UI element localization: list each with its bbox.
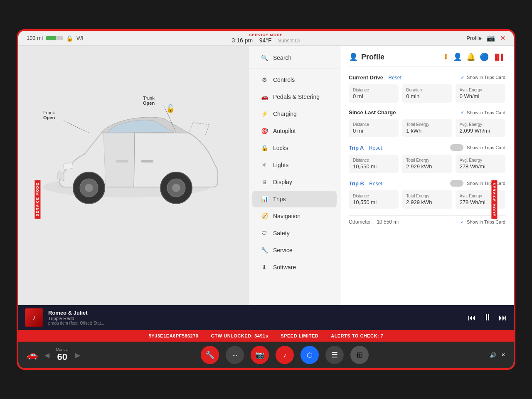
lock-icon: 🔒 <box>66 35 73 42</box>
menu-item-software[interactable]: ⬇ Software <box>252 259 337 276</box>
svg-point-7 <box>172 184 180 192</box>
taskbar-btn-apps[interactable]: ⊞ <box>350 346 369 364</box>
taskbar-btn-bluetooth[interactable]: ⬡ <box>300 346 319 364</box>
trip-a-distance-value: 10,550 mi <box>353 163 394 170</box>
trip-b-toggle[interactable] <box>450 180 463 187</box>
menu-item-safety[interactable]: 🛡 Safety <box>252 225 337 241</box>
car-svg <box>35 87 226 229</box>
menu-item-pedals[interactable]: 🚗 Pedals & Steering <box>252 89 337 105</box>
trip-b-energy-label: Total Energy <box>406 194 448 198</box>
close-icon[interactable]: ✕ <box>500 34 505 42</box>
menu-item-locks[interactable]: 🔒 Locks <box>252 140 337 156</box>
menu-item-trips[interactable]: 📊 Trips <box>252 191 337 207</box>
trip-b-energy-cell: Total Energy 2,929 kWh <box>402 190 452 209</box>
signal-icon: ▐▌▌ <box>493 54 505 60</box>
current-drive-check: ✓ <box>461 75 464 80</box>
current-drive-duration-value: 0 min <box>406 93 448 99</box>
next-track-button[interactable]: ⏭ <box>499 313 507 323</box>
taskbar-btn-camera[interactable]: 📷 <box>251 346 269 364</box>
lights-icon: ✳ <box>261 162 268 168</box>
since-charge-energy-label: Total Energy <box>406 122 448 127</box>
menu-item-lights[interactable]: ✳ Lights <box>252 157 337 173</box>
menu-item-service[interactable]: 🔧 Service <box>252 242 337 259</box>
taskbar-arrow-left: ◀ <box>44 351 49 359</box>
trips-icon: 📊 <box>261 196 268 202</box>
charging-menu-icon: ⚡ <box>261 111 268 117</box>
current-drive-show-label: Show in Trips Card <box>467 75 505 80</box>
svg-rect-9 <box>141 160 153 163</box>
odometer-show-label: Show in Trips Card <box>467 219 505 224</box>
prev-track-button[interactable]: ⏮ <box>468 313 476 323</box>
current-drive-reset[interactable]: Reset <box>389 75 401 81</box>
menu-label-safety: Safety <box>273 230 290 236</box>
menu-item-display[interactable]: 🖥 Display <box>252 174 337 190</box>
menu-item-navigation[interactable]: 🧭 Navigation <box>252 208 337 224</box>
settings-menu: 🔍 Search ⚙ Controls 🚗 Pedals & Steering … <box>249 46 340 305</box>
trip-a-data: Distance 10,550 mi Total Energy 2,929 kW… <box>349 155 505 173</box>
since-charge-avg-value: 2,099 Wh/mi <box>460 128 501 134</box>
menu-label-trips: Trips <box>273 196 286 202</box>
range-display: 103 mi <box>27 35 43 41</box>
current-drive-data: Distance 0 mi Duration 0 min Avg. Energy… <box>349 84 505 103</box>
search-icon: 🔍 <box>261 54 268 61</box>
menu-item-autopilot[interactable]: 🎯 Autopilot <box>252 123 337 139</box>
time-display: 3:16 pm <box>232 37 253 44</box>
current-drive-energy-value: 0 Wh/mi <box>460 93 501 99</box>
current-drive-title: Current Drive <box>349 74 383 81</box>
current-drive-distance-value: 0 mi <box>353 93 394 99</box>
trip-a-reset[interactable]: Reset <box>369 145 382 151</box>
menu-item-search[interactable]: 🔍 Search <box>252 49 337 66</box>
menu-label-locks: Locks <box>273 145 288 151</box>
taskbar-btn-more[interactable]: ··· <box>226 346 244 364</box>
alerts-display: ALERTS TO CHECK: 7 <box>331 333 383 338</box>
driver-icon: 👤 <box>453 52 462 62</box>
taskbar-btn-music[interactable]: ♪ <box>276 346 294 364</box>
service-info-bar: 5YJ3E1EA6PF586270 GTW UNLOCKED: 3491s SP… <box>18 330 514 342</box>
odometer-value: 10,550 mi <box>377 219 399 225</box>
since-charge-check: ✓ <box>461 110 464 115</box>
taskbar-btn-list[interactable]: ☰ <box>325 346 344 364</box>
menu-item-charging[interactable]: ⚡ Charging <box>252 106 337 122</box>
service-mode-right: SERVICE MODE <box>492 180 498 219</box>
profile-panel: 👤 Profile ⬇ 👤 🔔 🔵 ▐▌▌ Cur <box>340 46 514 305</box>
taskbar: 🚗 ◀ Manual 60 ▶ 🔧 ··· 📷 ♪ ⬡ ☰ ⊞ 🔊 ✕ <box>18 342 514 368</box>
service-mode-top: SERVICE MODE <box>232 33 300 37</box>
music-artist: Tripple Redd <box>48 316 463 321</box>
autopilot-icon: 🎯 <box>261 128 268 134</box>
trip-a-energy-cell: Total Energy 2,929 kWh <box>402 155 452 173</box>
music-thumbnail: ♪ <box>25 308 43 327</box>
since-charge-energy-value: 1 kWh <box>406 128 448 134</box>
trip-a-show-label: Show in Trips Card <box>467 145 505 150</box>
volume-close[interactable]: ✕ <box>501 352 505 358</box>
profile-person-icon: 👤 <box>349 52 358 62</box>
odometer-label: Odometer : <box>349 219 374 225</box>
speed-limited: SPEED LIMITED <box>281 333 318 338</box>
trip-b-title: Trip B <box>349 180 364 187</box>
odometer-row: Odometer : 10,550 mi ✓ Show in Trips Car… <box>349 215 505 228</box>
trip-b-data: Distance 10,550 mi Total Energy 2,929 kW… <box>349 190 505 209</box>
trip-a-toggle[interactable] <box>450 144 463 151</box>
volume-icon[interactable]: 🔊 <box>490 352 496 358</box>
menu-label-controls: Controls <box>273 76 295 83</box>
music-controls[interactable]: ⏮ ⏸ ⏭ <box>468 312 507 323</box>
current-drive-energy-cell: Avg. Energy 0 Wh/mi <box>456 84 505 103</box>
navigation-icon: 🧭 <box>261 213 268 219</box>
profile-label[interactable]: Profile <box>466 35 482 41</box>
menu-label-navigation: Navigation <box>273 213 300 219</box>
vin-display: 5YJ3E1EA6PF586270 <box>149 333 199 338</box>
since-last-charge-title: Since Last Charge <box>349 109 396 116</box>
location-display: Sunset Dr <box>278 38 300 44</box>
taskbar-btn-wrench[interactable]: 🔧 <box>201 346 219 364</box>
download-icon: ⬇ <box>443 52 449 62</box>
software-icon: ⬇ <box>261 264 268 271</box>
play-pause-button[interactable]: ⏸ <box>483 312 492 323</box>
menu-label-lights: Lights <box>273 162 288 168</box>
trip-b-reset[interactable]: Reset <box>369 181 382 187</box>
pedals-icon: 🚗 <box>261 94 268 100</box>
current-drive-section: Current Drive Reset ✓ Show in Trips Card… <box>349 74 505 103</box>
trip-b-show-label: Show in Trips Card <box>467 181 505 186</box>
display-icon: 🖥 <box>261 179 268 185</box>
current-drive-duration-label: Duration <box>406 88 448 92</box>
car-visualization: Frunk Open Trunk Open 🔓 ⚡ <box>18 46 249 305</box>
menu-item-controls[interactable]: ⚙ Controls <box>252 71 337 88</box>
